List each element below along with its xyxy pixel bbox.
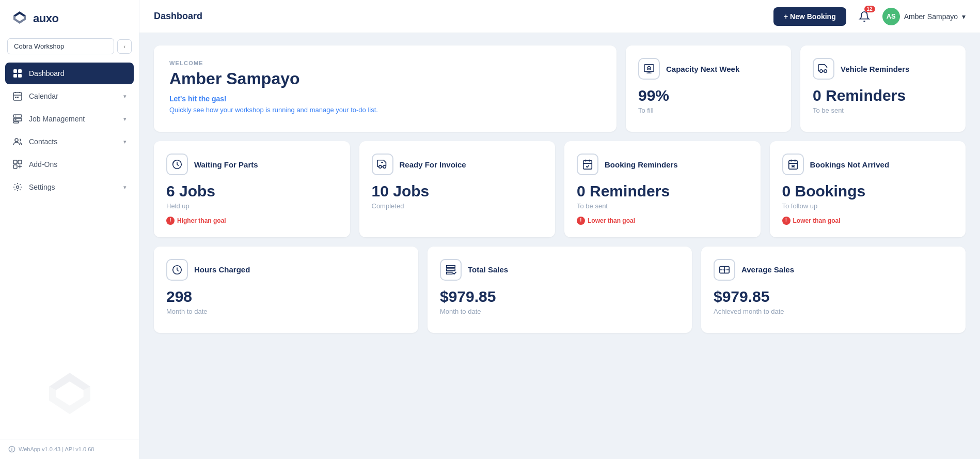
capacity-card-header: Capacity Next Week [638, 58, 779, 80]
booking-reminders-card: Booking Reminders 0 Reminders To be sent… [564, 141, 761, 237]
sidebar-item-calendar-label: Calendar [29, 92, 58, 100]
capacity-icon [638, 58, 660, 80]
svg-rect-23 [583, 161, 592, 170]
dashboard-content: WELCOME Amber Sampayo Let's hit the gas!… [139, 33, 980, 459]
svg-point-10 [15, 139, 18, 142]
ready-invoice-card: Ready For Invoice 10 Jobs Completed [359, 141, 556, 237]
hours-charged-sub: Month to date [166, 308, 406, 315]
waiting-parts-icon [166, 154, 188, 175]
calendar-icon [12, 91, 23, 101]
booking-reminders-value: 0 Reminders [577, 182, 748, 200]
waiting-parts-value: 6 Jobs [166, 182, 338, 200]
warning-icon-1: ! [166, 217, 175, 225]
capacity-card: Capacity Next Week 99% To fill [626, 45, 791, 132]
average-sales-title: Average Sales [741, 265, 794, 274]
booking-reminders-title: Booking Reminders [605, 160, 678, 169]
info-icon [8, 446, 15, 453]
bookings-not-arrived-card: Bookings Not Arrived 0 Bookings To follo… [770, 141, 966, 237]
svg-point-19 [820, 70, 823, 73]
vehicle-reminders-icon [813, 58, 834, 80]
user-menu-button[interactable]: AS Amber Sampayo ▾ [882, 8, 966, 25]
bottom-row: Hours Charged 298 Month to date Total Sa… [154, 247, 966, 333]
contacts-icon [12, 136, 23, 147]
sidebar: auxo Cobra Workshop ‹ Dashboard [0, 0, 139, 459]
welcome-description: Quickly see how your workshop is running… [169, 105, 601, 115]
ready-invoice-sub: Completed [372, 202, 543, 210]
average-sales-icon [714, 259, 735, 281]
vehicle-reminders-sub: To be sent [813, 106, 953, 114]
workshop-selector[interactable]: Cobra Workshop ‹ [7, 38, 132, 54]
average-sales-card: Average Sales $979.85 Achieved month to … [701, 247, 966, 333]
notification-button[interactable]: 12 [855, 7, 874, 26]
sidebar-item-calendar[interactable]: Calendar ▾ [5, 85, 134, 107]
svg-rect-12 [18, 160, 22, 164]
ready-invoice-icon [372, 154, 393, 175]
svg-rect-9 [13, 121, 19, 123]
contacts-chevron: ▾ [123, 139, 127, 145]
hours-charged-card: Hours Charged 298 Month to date [154, 247, 418, 333]
hours-charged-header: Hours Charged [166, 259, 406, 281]
warning-icon-3: ! [782, 217, 791, 225]
average-sales-sub: Achieved month to date [714, 308, 953, 315]
settings-chevron: ▾ [123, 184, 127, 191]
sidebar-collapse-button[interactable]: ‹ [117, 39, 132, 54]
bookings-not-arrived-sub: To follow up [782, 202, 954, 210]
bookings-not-arrived-title: Bookings Not Arrived [810, 160, 890, 169]
sidebar-item-add-ons[interactable]: Add-Ons [5, 154, 134, 175]
total-sales-sub: Month to date [440, 308, 679, 315]
warning-icon-2: ! [577, 217, 585, 225]
bell-icon [859, 11, 870, 22]
booking-reminders-icon [577, 154, 598, 175]
sidebar-item-contacts[interactable]: Contacts ▾ [5, 131, 134, 152]
booking-reminders-header: Booking Reminders [577, 154, 748, 175]
logo-area: auxo [0, 0, 139, 35]
new-booking-button[interactable]: + New Booking [773, 7, 846, 26]
calendar-chevron: ▾ [123, 93, 127, 100]
mid-row: Waiting For Parts 6 Jobs Held up ! Highe… [154, 141, 966, 237]
top-bar: Dashboard + New Booking 12 AS Amber Samp… [139, 0, 980, 33]
waiting-parts-status-label: Higher than goal [177, 217, 226, 224]
dashboard-icon [12, 68, 23, 79]
svg-rect-5 [15, 97, 17, 98]
add-ons-icon [12, 159, 23, 170]
sidebar-item-dashboard[interactable]: Dashboard [5, 63, 134, 84]
bookings-not-arrived-value: 0 Bookings [782, 182, 954, 200]
capacity-value: 99% [638, 87, 779, 104]
svg-rect-0 [13, 69, 17, 73]
svg-rect-6 [17, 97, 19, 98]
welcome-name: Amber Sampayo [169, 69, 601, 88]
booking-reminders-sub: To be sent [577, 202, 748, 210]
total-sales-header: Total Sales [440, 259, 679, 281]
hours-charged-title: Hours Charged [194, 265, 250, 274]
sidebar-nav: Dashboard Calendar ▾ Job Management ▾ [0, 60, 139, 439]
notification-badge: 12 [864, 6, 875, 12]
sidebar-item-add-ons-label: Add-Ons [29, 160, 57, 169]
sidebar-item-settings[interactable]: Settings ▾ [5, 176, 134, 198]
user-chevron: ▾ [962, 12, 966, 21]
svg-point-14 [17, 186, 19, 189]
sidebar-item-settings-label: Settings [29, 183, 55, 191]
vehicle-reminders-title: Vehicle Reminders [841, 65, 909, 73]
waiting-parts-card: Waiting For Parts 6 Jobs Held up ! Highe… [154, 141, 350, 237]
svg-rect-1 [18, 69, 22, 73]
logo-text: auxo [33, 12, 58, 25]
sidebar-item-dashboard-label: Dashboard [29, 69, 65, 78]
waiting-parts-header: Waiting For Parts [166, 154, 338, 175]
total-sales-value: $979.85 [440, 288, 679, 305]
auxo-logo-icon [10, 9, 29, 28]
svg-rect-13 [13, 165, 17, 169]
ready-invoice-title: Ready For Invoice [400, 160, 466, 169]
svg-rect-24 [788, 161, 797, 170]
bookings-not-arrived-status: ! Lower than goal [782, 217, 841, 225]
main-content: Dashboard + New Booking 12 AS Amber Samp… [139, 0, 980, 459]
booking-reminders-status: ! Lower than goal [577, 217, 635, 225]
svg-point-27 [723, 269, 725, 271]
sidebar-item-job-management[interactable]: Job Management ▾ [5, 108, 134, 130]
ready-invoice-value: 10 Jobs [372, 182, 543, 200]
total-sales-card: Total Sales $979.85 Month to date [428, 247, 692, 333]
sidebar-footer: WebApp v1.0.43 | API v1.0.68 [0, 439, 139, 459]
booking-reminders-status-label: Lower than goal [588, 217, 635, 224]
avatar: AS [882, 8, 900, 25]
bookings-not-arrived-status-label: Lower than goal [793, 217, 841, 224]
workshop-name[interactable]: Cobra Workshop [7, 38, 114, 54]
